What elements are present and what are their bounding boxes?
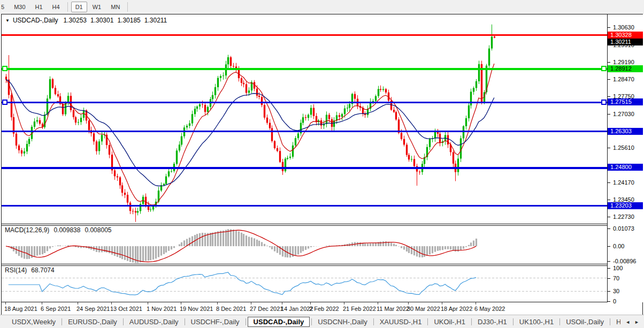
time-tick xyxy=(476,302,476,304)
price-badge: 1.26303 xyxy=(608,128,643,135)
time-axis-label: 14 Jan 2022 xyxy=(281,306,313,312)
time-tick xyxy=(310,302,311,304)
chart-title: ▼ USDCAD-,Daily 1.30253 1.30301 1.30185 … xyxy=(5,17,171,24)
price-tick-label: 1.30630 xyxy=(608,24,634,31)
quote-high: 1.30301 xyxy=(90,17,113,24)
chart-tab-bar: USDX,WeeklyEURUSD-,DailyAUDUSD-,DailyUSD… xyxy=(0,315,644,328)
time-axis-label: 1 Nov 2021 xyxy=(147,306,177,312)
main-chart-canvas[interactable] xyxy=(2,14,607,224)
panel-splitter[interactable] xyxy=(2,224,642,226)
rsi-name: RSI(14) xyxy=(5,266,27,274)
rsi-label: RSI(14) 68.7074 xyxy=(5,266,59,274)
time-axis-label: 30 Mar 2022 xyxy=(407,306,440,312)
tab-separator xyxy=(373,318,374,325)
toolbar-separator xyxy=(67,2,68,12)
hline-handle xyxy=(602,100,606,104)
timeframe-button-w1[interactable]: W1 xyxy=(88,2,106,12)
panel-splitter[interactable] xyxy=(2,264,642,266)
time-axis-label: 18 Aug 2021 xyxy=(4,306,37,312)
chart-window: ▼ USDCAD-,Daily 1.30253 1.30301 1.30185 … xyxy=(1,14,643,315)
time-axis-label: 18 Apr 2022 xyxy=(441,306,472,312)
price-badge: 1.23203 xyxy=(608,202,643,209)
time-tick xyxy=(282,302,282,304)
time-tick xyxy=(5,302,6,304)
tab-usdcnh-daily[interactable]: USDCNH-,Daily xyxy=(313,318,371,326)
time-axis-label: 21 Feb 2022 xyxy=(343,306,376,312)
price-badge: 1.24800 xyxy=(608,164,643,171)
time-axis[interactable]: 18 Aug 20216 Sep 202124 Sep 202113 Oct 2… xyxy=(2,302,642,315)
time-axis-label: 13 Oct 2021 xyxy=(110,306,142,312)
macd-label: MACD(12,26,9) 0.009838 0.008005 xyxy=(5,226,116,234)
hline-handle xyxy=(602,66,606,71)
tab-uk100-h1[interactable]: UK100-,H1 xyxy=(515,318,558,326)
rsi-value: 68.7074 xyxy=(31,266,54,274)
tab-scroll-left-icon[interactable]: ◄ xyxy=(625,319,630,325)
macd-tick-label: 0.00 xyxy=(608,242,624,250)
price-badge: 1.27515 xyxy=(608,98,643,105)
macd-main-value: 0.009838 xyxy=(53,226,80,234)
time-axis-label: 6 Sep 2021 xyxy=(41,306,71,312)
tab-dj30-h1[interactable]: DJ30-,H1 xyxy=(473,318,511,326)
macd-tick-label: -0.00896 xyxy=(608,257,636,265)
macd-signal-value: 0.008005 xyxy=(85,226,111,234)
timeframe-button-m30[interactable]: M30 xyxy=(10,2,29,12)
quote-open: 1.30253 xyxy=(64,17,87,24)
time-tick xyxy=(78,302,78,304)
time-axis-label: 8 Dec 2021 xyxy=(216,306,246,312)
tab-scroll-right-icon[interactable]: ► xyxy=(634,319,639,325)
tab-usdcad-daily[interactable]: USDCAD-,Daily xyxy=(248,317,310,327)
timeframe-button-mn[interactable]: MN xyxy=(106,2,124,12)
time-tick xyxy=(42,302,42,304)
price-tick-label: 1.25610 xyxy=(608,144,634,151)
price-tick-label: 1.28470 xyxy=(608,75,634,83)
tab-audusd-daily[interactable]: AUDUSD-,Daily xyxy=(125,318,183,326)
price-tick-label: 1.27030 xyxy=(608,110,634,118)
macd-name: MACD(12,26,9) xyxy=(5,226,49,234)
mt4-chart-app: 5M30H1H4D1W1MN ▼ USDCAD-,Daily 1.30253 1… xyxy=(0,0,644,328)
tab-separator xyxy=(610,318,610,325)
tab-separator xyxy=(311,318,312,325)
price-badge: 1.28912 xyxy=(608,65,643,72)
tab-separator xyxy=(471,318,472,325)
timeframe-button-h4[interactable]: H4 xyxy=(48,2,64,12)
price-badge: 1.30328 xyxy=(608,32,643,39)
rsi-tick-label: 100 xyxy=(608,264,623,272)
tab-usdx-weekly[interactable]: USDX,Weekly xyxy=(7,318,60,326)
chart-tabs: USDX,WeeklyEURUSD-,DailyAUDUSD-,DailyUSD… xyxy=(0,315,644,328)
hline-handle xyxy=(3,66,7,71)
rsi-tick-label: 70 xyxy=(608,274,619,282)
timeframe-button-d1[interactable]: D1 xyxy=(71,2,87,12)
time-tick xyxy=(344,302,344,304)
tab-xauusd-h1[interactable]: XAUUSD-,H1 xyxy=(375,318,426,326)
tab-eurusd-daily[interactable]: EURUSD-,Daily xyxy=(64,318,121,326)
time-axis-label: 6 May 2022 xyxy=(474,306,505,312)
time-axis-label: 24 Sep 2021 xyxy=(76,306,110,312)
tab-ukoil-h1[interactable]: UKOil-,H1 xyxy=(430,318,470,326)
time-tick xyxy=(378,302,378,304)
time-tick xyxy=(251,302,251,304)
tab-usoil-daily[interactable]: USOil-,Daily xyxy=(562,318,608,326)
timeframe-button-h1[interactable]: H1 xyxy=(31,2,47,12)
time-tick xyxy=(217,302,218,304)
tab-scroll-buttons: ◄ ► xyxy=(620,315,644,328)
tab-separator xyxy=(246,318,246,325)
symbol-dropdown-icon[interactable]: ▼ xyxy=(5,18,10,23)
quote-close: 1.30211 xyxy=(144,17,167,24)
rsi-tick-label: 30 xyxy=(608,287,619,295)
time-tick xyxy=(148,302,148,304)
price-axis[interactable]: 1.306301.299101.291901.284701.277501.270… xyxy=(607,14,643,302)
tab-separator xyxy=(123,318,124,325)
chart-symbol-label: USDCAD-,Daily xyxy=(13,17,58,24)
time-axis-label: 11 Mar 2022 xyxy=(377,306,409,312)
price-badge: 1.30211 xyxy=(608,39,643,45)
timeframe-button-5[interactable]: 5 xyxy=(0,2,9,12)
time-axis-label: 2 Feb 2022 xyxy=(309,306,339,312)
toolbar-separator xyxy=(127,2,128,12)
timeframe-toolbar: 5M30H1H4D1W1MN xyxy=(0,0,644,14)
rsi-panel-canvas[interactable] xyxy=(2,265,607,302)
time-axis-label: 19 Nov 2021 xyxy=(180,306,213,312)
time-tick xyxy=(408,302,409,304)
tab-usdchf-daily[interactable]: USDCHF-,Daily xyxy=(187,318,244,326)
time-tick xyxy=(442,302,442,304)
hline-handle xyxy=(3,100,7,104)
